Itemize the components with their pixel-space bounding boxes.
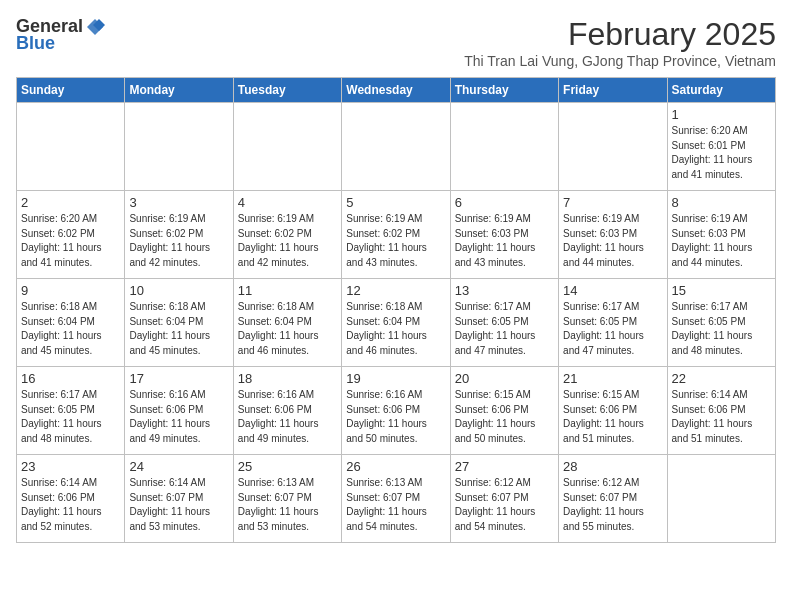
day-info: Sunrise: 6:17 AM Sunset: 6:05 PM Dayligh…: [563, 300, 662, 358]
day-info: Sunrise: 6:17 AM Sunset: 6:05 PM Dayligh…: [672, 300, 771, 358]
day-number: 16: [21, 371, 120, 386]
calendar-cell: [559, 103, 667, 191]
calendar-cell: 6Sunrise: 6:19 AM Sunset: 6:03 PM Daylig…: [450, 191, 558, 279]
weekday-header-sunday: Sunday: [17, 78, 125, 103]
day-number: 4: [238, 195, 337, 210]
calendar-cell: [450, 103, 558, 191]
calendar-body: 1Sunrise: 6:20 AM Sunset: 6:01 PM Daylig…: [17, 103, 776, 543]
day-info: Sunrise: 6:15 AM Sunset: 6:06 PM Dayligh…: [455, 388, 554, 446]
calendar-cell: 7Sunrise: 6:19 AM Sunset: 6:03 PM Daylig…: [559, 191, 667, 279]
day-number: 26: [346, 459, 445, 474]
day-info: Sunrise: 6:12 AM Sunset: 6:07 PM Dayligh…: [563, 476, 662, 534]
day-info: Sunrise: 6:19 AM Sunset: 6:02 PM Dayligh…: [129, 212, 228, 270]
calendar-week-row: 23Sunrise: 6:14 AM Sunset: 6:06 PM Dayli…: [17, 455, 776, 543]
calendar-cell: 25Sunrise: 6:13 AM Sunset: 6:07 PM Dayli…: [233, 455, 341, 543]
day-info: Sunrise: 6:15 AM Sunset: 6:06 PM Dayligh…: [563, 388, 662, 446]
calendar-week-row: 9Sunrise: 6:18 AM Sunset: 6:04 PM Daylig…: [17, 279, 776, 367]
day-number: 13: [455, 283, 554, 298]
day-info: Sunrise: 6:13 AM Sunset: 6:07 PM Dayligh…: [238, 476, 337, 534]
weekday-header-saturday: Saturday: [667, 78, 775, 103]
calendar-cell: 18Sunrise: 6:16 AM Sunset: 6:06 PM Dayli…: [233, 367, 341, 455]
day-number: 23: [21, 459, 120, 474]
calendar-cell: [667, 455, 775, 543]
day-info: Sunrise: 6:19 AM Sunset: 6:02 PM Dayligh…: [238, 212, 337, 270]
day-number: 17: [129, 371, 228, 386]
calendar-cell: 9Sunrise: 6:18 AM Sunset: 6:04 PM Daylig…: [17, 279, 125, 367]
logo-blue-text: Blue: [16, 33, 55, 54]
day-info: Sunrise: 6:18 AM Sunset: 6:04 PM Dayligh…: [21, 300, 120, 358]
day-info: Sunrise: 6:19 AM Sunset: 6:03 PM Dayligh…: [563, 212, 662, 270]
day-info: Sunrise: 6:20 AM Sunset: 6:02 PM Dayligh…: [21, 212, 120, 270]
day-info: Sunrise: 6:14 AM Sunset: 6:06 PM Dayligh…: [21, 476, 120, 534]
day-number: 15: [672, 283, 771, 298]
day-number: 9: [21, 283, 120, 298]
day-info: Sunrise: 6:16 AM Sunset: 6:06 PM Dayligh…: [129, 388, 228, 446]
calendar-cell: 12Sunrise: 6:18 AM Sunset: 6:04 PM Dayli…: [342, 279, 450, 367]
day-info: Sunrise: 6:13 AM Sunset: 6:07 PM Dayligh…: [346, 476, 445, 534]
day-info: Sunrise: 6:19 AM Sunset: 6:02 PM Dayligh…: [346, 212, 445, 270]
calendar-cell: [125, 103, 233, 191]
day-number: 24: [129, 459, 228, 474]
weekday-header-monday: Monday: [125, 78, 233, 103]
weekday-header-tuesday: Tuesday: [233, 78, 341, 103]
calendar-cell: 10Sunrise: 6:18 AM Sunset: 6:04 PM Dayli…: [125, 279, 233, 367]
day-number: 14: [563, 283, 662, 298]
calendar-cell: 15Sunrise: 6:17 AM Sunset: 6:05 PM Dayli…: [667, 279, 775, 367]
location-subtitle: Thi Tran Lai Vung, GJong Thap Province, …: [464, 53, 776, 69]
calendar-week-row: 1Sunrise: 6:20 AM Sunset: 6:01 PM Daylig…: [17, 103, 776, 191]
day-info: Sunrise: 6:18 AM Sunset: 6:04 PM Dayligh…: [129, 300, 228, 358]
calendar-cell: 16Sunrise: 6:17 AM Sunset: 6:05 PM Dayli…: [17, 367, 125, 455]
day-number: 27: [455, 459, 554, 474]
calendar-cell: 22Sunrise: 6:14 AM Sunset: 6:06 PM Dayli…: [667, 367, 775, 455]
title-block: February 2025 Thi Tran Lai Vung, GJong T…: [464, 16, 776, 69]
weekday-header-wednesday: Wednesday: [342, 78, 450, 103]
day-info: Sunrise: 6:16 AM Sunset: 6:06 PM Dayligh…: [346, 388, 445, 446]
calendar-cell: 20Sunrise: 6:15 AM Sunset: 6:06 PM Dayli…: [450, 367, 558, 455]
calendar-cell: 3Sunrise: 6:19 AM Sunset: 6:02 PM Daylig…: [125, 191, 233, 279]
logo-icon: [85, 17, 105, 37]
day-number: 5: [346, 195, 445, 210]
day-info: Sunrise: 6:14 AM Sunset: 6:06 PM Dayligh…: [672, 388, 771, 446]
day-info: Sunrise: 6:19 AM Sunset: 6:03 PM Dayligh…: [672, 212, 771, 270]
weekday-header-friday: Friday: [559, 78, 667, 103]
calendar-cell: 13Sunrise: 6:17 AM Sunset: 6:05 PM Dayli…: [450, 279, 558, 367]
day-number: 3: [129, 195, 228, 210]
day-info: Sunrise: 6:20 AM Sunset: 6:01 PM Dayligh…: [672, 124, 771, 182]
calendar-cell: 1Sunrise: 6:20 AM Sunset: 6:01 PM Daylig…: [667, 103, 775, 191]
day-number: 21: [563, 371, 662, 386]
calendar-cell: 14Sunrise: 6:17 AM Sunset: 6:05 PM Dayli…: [559, 279, 667, 367]
calendar-table: SundayMondayTuesdayWednesdayThursdayFrid…: [16, 77, 776, 543]
calendar-cell: 5Sunrise: 6:19 AM Sunset: 6:02 PM Daylig…: [342, 191, 450, 279]
day-number: 28: [563, 459, 662, 474]
day-info: Sunrise: 6:17 AM Sunset: 6:05 PM Dayligh…: [455, 300, 554, 358]
day-number: 2: [21, 195, 120, 210]
day-number: 20: [455, 371, 554, 386]
calendar-cell: 11Sunrise: 6:18 AM Sunset: 6:04 PM Dayli…: [233, 279, 341, 367]
day-info: Sunrise: 6:19 AM Sunset: 6:03 PM Dayligh…: [455, 212, 554, 270]
weekday-header-row: SundayMondayTuesdayWednesdayThursdayFrid…: [17, 78, 776, 103]
calendar-cell: 17Sunrise: 6:16 AM Sunset: 6:06 PM Dayli…: [125, 367, 233, 455]
day-number: 10: [129, 283, 228, 298]
day-number: 11: [238, 283, 337, 298]
calendar-week-row: 16Sunrise: 6:17 AM Sunset: 6:05 PM Dayli…: [17, 367, 776, 455]
day-number: 22: [672, 371, 771, 386]
calendar-header: SundayMondayTuesdayWednesdayThursdayFrid…: [17, 78, 776, 103]
day-number: 6: [455, 195, 554, 210]
calendar-cell: 24Sunrise: 6:14 AM Sunset: 6:07 PM Dayli…: [125, 455, 233, 543]
calendar-cell: 8Sunrise: 6:19 AM Sunset: 6:03 PM Daylig…: [667, 191, 775, 279]
page-header: General Blue February 2025 Thi Tran Lai …: [16, 16, 776, 69]
day-number: 8: [672, 195, 771, 210]
day-info: Sunrise: 6:12 AM Sunset: 6:07 PM Dayligh…: [455, 476, 554, 534]
calendar-cell: [233, 103, 341, 191]
calendar-cell: 2Sunrise: 6:20 AM Sunset: 6:02 PM Daylig…: [17, 191, 125, 279]
calendar-cell: 26Sunrise: 6:13 AM Sunset: 6:07 PM Dayli…: [342, 455, 450, 543]
calendar-cell: [17, 103, 125, 191]
calendar-cell: 23Sunrise: 6:14 AM Sunset: 6:06 PM Dayli…: [17, 455, 125, 543]
day-info: Sunrise: 6:16 AM Sunset: 6:06 PM Dayligh…: [238, 388, 337, 446]
calendar-cell: [342, 103, 450, 191]
calendar-week-row: 2Sunrise: 6:20 AM Sunset: 6:02 PM Daylig…: [17, 191, 776, 279]
day-number: 19: [346, 371, 445, 386]
day-number: 7: [563, 195, 662, 210]
month-title: February 2025: [464, 16, 776, 53]
calendar-cell: 19Sunrise: 6:16 AM Sunset: 6:06 PM Dayli…: [342, 367, 450, 455]
